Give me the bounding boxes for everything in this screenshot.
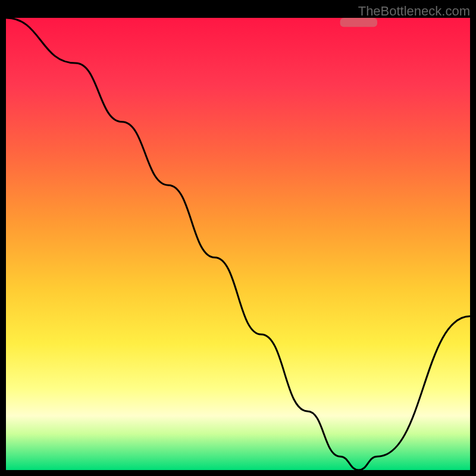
chart-container (6, 18, 470, 470)
chart-svg (6, 18, 470, 470)
optimal-marker (340, 18, 377, 27)
watermark-text: TheBottleneck.com (358, 4, 470, 19)
gradient-background (6, 18, 470, 470)
